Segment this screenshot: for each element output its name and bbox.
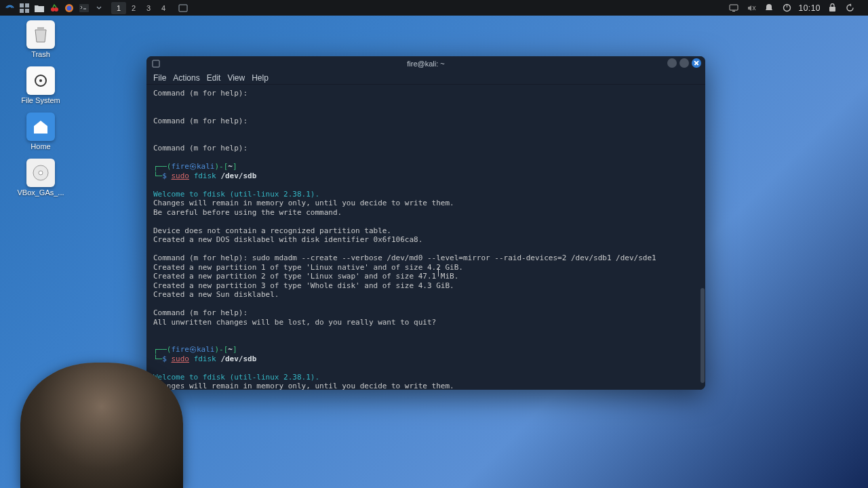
- scroll-thumb[interactable]: [701, 288, 705, 383]
- terminal-body[interactable]: Command (m for help): Command (m for hel…: [146, 85, 705, 390]
- svg-point-19: [39, 171, 43, 175]
- trash-icon: [26, 20, 55, 49]
- svg-point-7: [67, 5, 72, 10]
- menu-actions[interactable]: Actions: [173, 73, 199, 83]
- desktop-trash[interactable]: Trash: [14, 20, 68, 58]
- close-button[interactable]: [692, 58, 701, 68]
- svg-rect-15: [37, 27, 44, 29]
- home-icon: [26, 113, 55, 141]
- new-tab-icon[interactable]: [151, 59, 161, 68]
- desktop-label: Home: [31, 142, 50, 150]
- window-buttons: [667, 58, 701, 68]
- desktop-icons: Trash File System Home VBox_GAs_...: [14, 20, 68, 197]
- filesystem-icon: [26, 66, 55, 95]
- svg-rect-14: [829, 7, 835, 12]
- notifications-icon[interactable]: [763, 2, 775, 14]
- desktop-filesystem[interactable]: File System: [14, 66, 68, 104]
- desktop-label: Trash: [31, 50, 50, 58]
- firefox-launcher-icon[interactable]: [62, 2, 76, 14]
- maximize-button[interactable]: [679, 58, 689, 68]
- svg-rect-1: [25, 3, 29, 7]
- lock-icon[interactable]: [826, 2, 838, 14]
- update-icon[interactable]: [844, 2, 856, 14]
- titlebar[interactable]: fire@kali: ~: [146, 56, 705, 71]
- desktop-vbox-disk[interactable]: VBox_GAs_...: [14, 159, 68, 197]
- show-desktop-icon[interactable]: [176, 2, 190, 14]
- disk-icon: [26, 159, 55, 187]
- cherrytree-launcher-icon[interactable]: [47, 2, 61, 14]
- caret-icon: [438, 267, 439, 277]
- svg-rect-2: [20, 9, 24, 13]
- workspace-switcher: 1 2 3 4: [111, 2, 171, 14]
- tray-display-icon[interactable]: [728, 2, 740, 14]
- menubar: File Actions Edit View Help: [146, 71, 705, 85]
- menu-file[interactable]: File: [153, 73, 166, 83]
- svg-rect-11: [732, 11, 735, 12]
- svg-point-5: [54, 7, 58, 12]
- svg-rect-13: [787, 4, 787, 7]
- scrollbar[interactable]: [701, 85, 705, 390]
- power-icon[interactable]: [781, 2, 793, 14]
- files-launcher-icon[interactable]: [33, 2, 46, 14]
- workspace-grid-icon[interactable]: [18, 2, 31, 14]
- desktop-label: VBox_GAs_...: [17, 188, 64, 197]
- menu-view[interactable]: View: [227, 73, 245, 83]
- menu-edit[interactable]: Edit: [207, 73, 221, 83]
- menu-help[interactable]: Help: [252, 73, 269, 83]
- kali-menu-icon[interactable]: [3, 2, 16, 14]
- svg-rect-9: [179, 5, 187, 12]
- svg-rect-20: [153, 60, 159, 67]
- volume-muted-icon[interactable]: [745, 2, 757, 14]
- dropdown-icon[interactable]: [92, 2, 106, 14]
- workspace-3[interactable]: 3: [141, 2, 156, 14]
- svg-rect-0: [20, 3, 24, 7]
- minimize-button[interactable]: [667, 58, 677, 68]
- workspace-2[interactable]: 2: [126, 2, 141, 14]
- clock[interactable]: 10:10: [798, 3, 821, 13]
- top-panel: 1 2 3 4 10:10: [0, 0, 868, 16]
- panel-separator-icon: [861, 2, 865, 14]
- panel-left: 1 2 3 4: [3, 2, 190, 14]
- window-title: fire@kali: ~: [146, 60, 705, 68]
- workspace-4[interactable]: 4: [156, 2, 171, 14]
- svg-rect-10: [730, 5, 738, 10]
- desktop-label: File System: [21, 96, 60, 104]
- panel-right: 10:10: [728, 0, 865, 16]
- svg-rect-3: [25, 9, 29, 13]
- svg-point-17: [39, 79, 42, 82]
- workspace-1[interactable]: 1: [111, 2, 126, 14]
- terminal-window: fire@kali: ~ File Actions Edit View Help…: [146, 56, 705, 390]
- desktop-home[interactable]: Home: [14, 113, 68, 150]
- terminal-launcher-icon[interactable]: [77, 2, 91, 14]
- webcam-overlay: [20, 363, 183, 488]
